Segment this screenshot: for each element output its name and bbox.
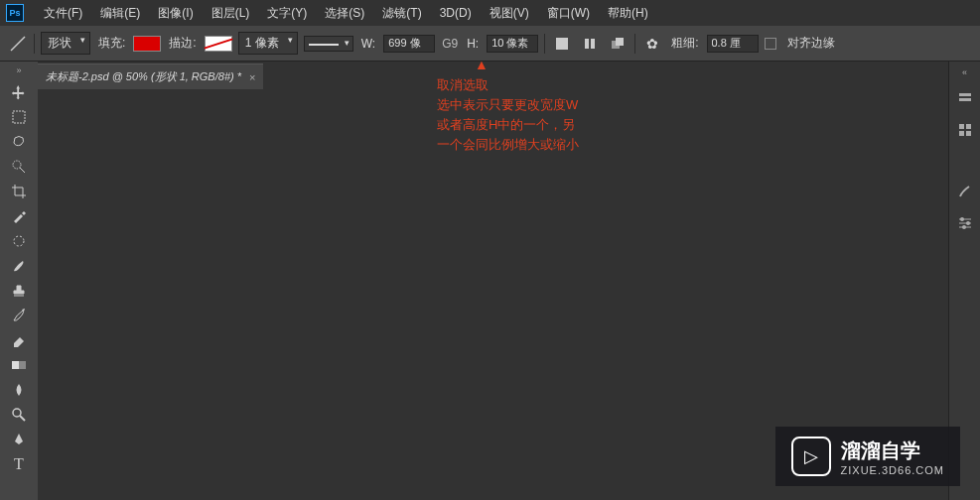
dodge-tool[interactable] <box>5 402 33 427</box>
blur-tool[interactable] <box>5 377 33 402</box>
annotation-line: 选中表示只要更改宽度W <box>437 95 579 115</box>
panel-icon[interactable] <box>954 119 976 141</box>
thickness-label: 粗细: <box>671 35 698 52</box>
divider <box>544 34 545 54</box>
svg-point-23 <box>960 217 964 221</box>
menu-edit[interactable]: 编辑(E) <box>92 1 148 26</box>
brush-tool[interactable] <box>5 253 33 278</box>
toolbox: » T <box>0 62 38 500</box>
svg-point-7 <box>13 161 21 169</box>
crop-tool[interactable] <box>5 179 33 203</box>
svg-rect-6 <box>13 111 25 123</box>
brushes-panel-icon[interactable] <box>954 181 976 202</box>
path-align-icon[interactable] <box>579 33 601 55</box>
close-icon[interactable]: × <box>249 71 255 83</box>
stroke-color-swatch[interactable] <box>205 36 232 52</box>
quick-select-tool[interactable] <box>5 154 33 179</box>
history-brush-tool[interactable] <box>5 303 33 327</box>
document-tab-bar: 未标题-2.psd @ 50% (形状 1, RGB/8#) * × <box>0 62 980 89</box>
expand-panels-icon[interactable]: « <box>962 67 967 77</box>
height-input[interactable] <box>487 35 538 53</box>
watermark-title: 溜溜自学 <box>841 438 944 464</box>
svg-rect-2 <box>585 39 589 49</box>
svg-rect-16 <box>959 124 964 129</box>
svg-point-25 <box>962 225 966 229</box>
svg-rect-17 <box>966 124 971 129</box>
path-operations-icon[interactable] <box>551 33 573 55</box>
fill-color-swatch[interactable] <box>133 36 161 52</box>
eyedropper-tool[interactable] <box>5 203 33 228</box>
stroke-width-dropdown[interactable]: 1 像素 <box>238 32 298 55</box>
svg-rect-11 <box>12 361 19 369</box>
annotation-line: 或者高度H中的一个，另 <box>437 115 579 135</box>
panel-icon[interactable] <box>954 87 976 109</box>
svg-point-9 <box>14 236 24 246</box>
fill-label: 填充: <box>98 35 125 52</box>
height-label: H: <box>467 37 479 51</box>
menu-image[interactable]: 图像(I) <box>150 1 201 26</box>
healing-tool[interactable] <box>5 228 33 253</box>
lasso-tool[interactable] <box>5 129 33 154</box>
path-arrange-icon[interactable] <box>607 33 629 55</box>
svg-rect-18 <box>959 131 964 136</box>
menu-select[interactable]: 选择(S) <box>317 1 372 26</box>
play-icon: ▷ <box>791 437 831 476</box>
options-bar: 形状 填充: 描边: 1 像素 W: G9 H: ✿ 粗细: 对齐边缘 <box>0 26 980 62</box>
svg-point-12 <box>13 409 21 417</box>
ps-logo-icon: Ps <box>6 4 24 22</box>
svg-rect-19 <box>966 131 971 136</box>
type-tool[interactable]: T <box>5 451 33 476</box>
svg-line-13 <box>20 416 25 421</box>
divider <box>34 34 35 54</box>
thickness-input[interactable] <box>707 35 759 53</box>
width-input[interactable] <box>383 35 435 53</box>
document-tab[interactable]: 未标题-2.psd @ 50% (形状 1, RGB/8#) * × <box>38 63 263 89</box>
svg-line-0 <box>11 37 25 51</box>
menu-view[interactable]: 视图(V) <box>482 1 537 26</box>
svg-point-24 <box>966 221 970 225</box>
stroke-label: 描边: <box>169 35 196 52</box>
gear-icon[interactable]: ✿ <box>641 33 663 55</box>
link-wh-icon[interactable]: G9 <box>441 35 459 53</box>
tool-mode-dropdown[interactable]: 形状 <box>41 32 90 55</box>
stroke-style-dropdown[interactable] <box>304 36 353 52</box>
svg-line-8 <box>20 168 25 173</box>
marquee-tool[interactable] <box>5 104 33 129</box>
menu-file[interactable]: 文件(F) <box>36 1 90 26</box>
align-edges-checkbox[interactable] <box>765 38 776 50</box>
align-edges-label: 对齐边缘 <box>787 35 835 52</box>
svg-rect-3 <box>591 39 595 49</box>
eraser-tool[interactable] <box>5 327 33 352</box>
pen-tool[interactable] <box>5 427 33 451</box>
svg-rect-1 <box>556 38 568 50</box>
menu-layer[interactable]: 图层(L) <box>204 1 258 26</box>
stamp-tool[interactable] <box>5 278 33 303</box>
svg-rect-5 <box>616 38 624 46</box>
adjustments-panel-icon[interactable] <box>954 212 976 234</box>
watermark: ▷ 溜溜自学 ZIXUE.3D66.COM <box>775 427 960 486</box>
width-label: W: <box>361 37 375 51</box>
menu-filter[interactable]: 滤镜(T) <box>374 1 429 26</box>
annotation-line: 一个会同比例增大或缩小 <box>437 135 579 155</box>
menu-help[interactable]: 帮助(H) <box>600 1 656 26</box>
menu-window[interactable]: 窗口(W) <box>539 1 598 26</box>
svg-rect-15 <box>959 98 971 101</box>
expand-toolbox-icon[interactable]: » <box>0 65 38 79</box>
line-tool-icon <box>8 34 28 54</box>
document-tab-title: 未标题-2.psd @ 50% (形状 1, RGB/8#) * <box>46 69 241 84</box>
gradient-tool[interactable] <box>5 352 33 377</box>
divider <box>634 34 635 54</box>
move-tool[interactable] <box>5 79 33 104</box>
menu-3d[interactable]: 3D(D) <box>432 2 480 24</box>
svg-rect-14 <box>959 93 971 96</box>
watermark-url: ZIXUE.3D66.COM <box>841 464 944 476</box>
menu-type[interactable]: 文字(Y) <box>259 1 315 26</box>
menu-bar: Ps 文件(F) 编辑(E) 图像(I) 图层(L) 文字(Y) 选择(S) 滤… <box>0 0 980 26</box>
